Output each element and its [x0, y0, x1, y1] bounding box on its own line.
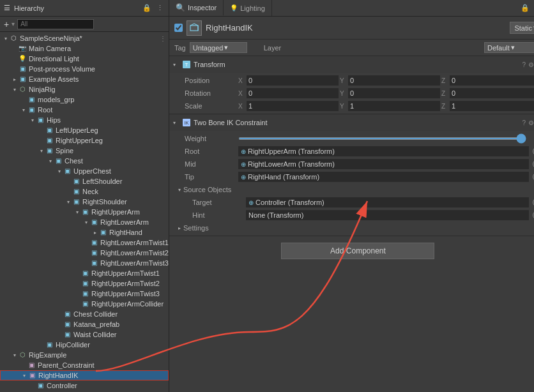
scale-x-input[interactable]: [247, 101, 339, 111]
twobone-help-icon[interactable]: ?: [522, 119, 526, 126]
hierarchy-item-neck[interactable]: ▣ Neck: [0, 186, 169, 197]
tag-dropdown[interactable]: Untagged ▾: [190, 42, 247, 53]
chestcollider-label: Chest Collider: [73, 310, 118, 318]
tab-inspector[interactable]: 🔍 Inspector: [169, 0, 224, 16]
search-input[interactable]: [17, 19, 94, 29]
rotation-y-input[interactable]: [348, 88, 440, 98]
scale-z-input[interactable]: [450, 101, 534, 111]
object-name: RightHandIK: [206, 23, 506, 33]
hierarchy-item-directionallight[interactable]: 💡 Directional Light: [0, 54, 169, 64]
hierarchy-item-rightupperarmtwist1[interactable]: ▣ RightUpperArmTwist1: [0, 268, 169, 278]
hierarchy-item-leftshoulder[interactable]: ▣ LeftShoulder: [0, 176, 169, 186]
hierarchy-item-righthand[interactable]: ▣ RightHand: [0, 227, 169, 237]
more-icon[interactable]: ⋮: [155, 4, 165, 12]
weight-slider[interactable]: [238, 137, 526, 140]
expand-arrow-icon: [29, 117, 36, 123]
hierarchy-item-parentconstraint[interactable]: ▣ Parent_Constraint: [0, 360, 169, 370]
hierarchy-item-leftupperleg[interactable]: ▣ LeftUpperLeg: [0, 125, 169, 135]
expand-arrow-icon: [83, 220, 89, 225]
twobone-body: Weight 1 Root ⊕ RightUpperArm (Transform…: [169, 131, 534, 236]
transform-settings-icon[interactable]: ⚙: [528, 61, 534, 68]
inspector-tabs: 🔍 Inspector 💡 Lighting 🔒 ⋮: [169, 0, 534, 17]
hipcollider-label: HipCollider: [56, 341, 90, 349]
twobone-header[interactable]: ▾ IK Two Bone IK Constraint ? ⚙ ⋮: [169, 114, 534, 131]
add-component-button[interactable]: Add Component: [281, 243, 434, 259]
hierarchy-item-modelsgrp[interactable]: ▣ models_grp: [0, 94, 169, 105]
position-x-field: X: [238, 75, 339, 86]
scale-y-field: Y: [340, 101, 440, 111]
hierarchy-item-rightupperarmcollider[interactable]: ▣ RightUpperArmCollider: [0, 299, 169, 309]
expand-arrow-icon: [74, 209, 80, 215]
cube-icon: ▣: [80, 299, 89, 308]
hierarchy-item-hips[interactable]: ▣ Hips: [0, 115, 169, 125]
scene-options-icon[interactable]: ⋮: [160, 35, 166, 42]
rightupperarmcollider-label: RightUpperArmCollider: [91, 300, 164, 308]
source-objects-label: Source Objects: [183, 186, 231, 193]
hierarchy-item-upperchest[interactable]: ▣ UpperChest: [0, 166, 169, 176]
source-objects-header[interactable]: ▾ Source Objects: [169, 183, 534, 196]
hierarchy-item-rightupperarmtwist3[interactable]: ▣ RightUpperArmTwist3: [0, 289, 169, 299]
layer-label: Layer: [264, 44, 282, 52]
rotation-x-field: X: [238, 88, 339, 98]
hierarchy-item-rightlowerarmtwist1[interactable]: ▣ RightLowerArmTwist1: [0, 237, 169, 248]
rigexample-label: RigExample: [29, 351, 66, 359]
hierarchy-item-rightupperarm[interactable]: ▣ RightUpperArm: [0, 207, 169, 217]
hierarchy-item-chestcollider[interactable]: ▣ Chest Collider: [0, 309, 169, 319]
position-z-input[interactable]: [450, 75, 534, 86]
hierarchy-item-rightshoulder[interactable]: ▣ RightShoulder: [0, 197, 169, 207]
modelsgrp-label: models_grp: [38, 96, 74, 103]
camera-icon: 📷: [18, 44, 27, 53]
transform-help-icon[interactable]: ?: [522, 61, 526, 68]
hierarchy-item-katana[interactable]: ▣ Katana_prefab: [0, 319, 169, 329]
cube-icon: ▣: [89, 259, 98, 268]
hierarchy-item-rightlowerarmtwist2[interactable]: ▣ RightLowerArmTwist2: [0, 248, 169, 258]
mid-ref-icon: ⊕: [241, 161, 246, 168]
cube-icon: ▣: [45, 136, 54, 145]
layer-dropdown[interactable]: Default ▾: [484, 42, 534, 53]
hierarchy-item-rightupperarmtwist2[interactable]: ▣ RightUpperArmTwist2: [0, 278, 169, 289]
rightlowerarm-label: RightLowerArm: [100, 218, 149, 226]
exampleassets-label: Example Assets: [29, 75, 79, 83]
position-y-input[interactable]: [348, 75, 440, 86]
hierarchy-item-rightlowerarmtwist3[interactable]: ▣ RightLowerArmTwist3: [0, 258, 169, 268]
hierarchy-item-rightupperleg[interactable]: ▣ RightUpperLeg: [0, 135, 169, 146]
rightlowerarmtwist3-label: RightLowerArmTwist3: [100, 259, 169, 267]
hierarchy-item-chest[interactable]: ▣ Chest: [0, 156, 169, 166]
hierarchy-item-controller[interactable]: ▣ Controller: [0, 381, 169, 391]
neck-label: Neck: [82, 188, 98, 195]
hierarchy-item-postprocess[interactable]: ▣ Post-process Volume: [0, 64, 169, 74]
settings-row[interactable]: ▸ Settings: [169, 222, 534, 234]
hint-label: Hint: [192, 211, 243, 219]
hierarchy-item-root[interactable]: ▣ Root: [0, 105, 169, 115]
scale-y-input[interactable]: [348, 101, 440, 111]
hierarchy-item-ninjarig[interactable]: ⬡ NinjaRig: [0, 84, 169, 94]
cube-icon: ▣: [54, 156, 63, 165]
inspector-tab-icon: 🔍: [176, 3, 185, 12]
add-button[interactable]: +: [4, 20, 9, 29]
rotation-z-input[interactable]: [450, 88, 534, 98]
hierarchy-item-maincamera[interactable]: 📷 Main Camera: [0, 43, 169, 54]
transform-header[interactable]: ▾ T Transform ? ⚙ ⋮: [169, 56, 534, 73]
position-label: Position: [185, 77, 236, 84]
hierarchy-item-samplesceneninja[interactable]: ⬡ SampleSceneNinja* ⋮: [0, 33, 169, 43]
cube-icon: ▣: [98, 228, 107, 237]
static-button[interactable]: Static ▾: [510, 22, 534, 34]
hierarchy-item-exampleassets[interactable]: ▣ Example Assets: [0, 74, 169, 84]
hierarchy-item-waistcollider[interactable]: ▣ Waist Collider: [0, 329, 169, 340]
hierarchy-item-hipcollider[interactable]: ▣ HipCollider: [0, 340, 169, 350]
rightlowerarmtwist2-label: RightLowerArmTwist2: [100, 249, 169, 257]
hierarchy-item-rightlowerarm[interactable]: ▣ RightLowerArm: [0, 217, 169, 227]
scale-fields: X Y Z: [238, 101, 534, 111]
twobone-settings-icon[interactable]: ⚙: [528, 119, 534, 126]
hierarchy-item-righthandik[interactable]: ▣ RightHandIK: [0, 370, 169, 381]
object-enabled-checkbox[interactable]: [174, 24, 183, 32]
rotation-x-input[interactable]: [247, 88, 339, 98]
hierarchy-item-spine[interactable]: ▣ Spine: [0, 146, 169, 156]
tab-lighting[interactable]: 💡 Lighting: [224, 0, 272, 16]
tip-field: ⊕ RightHand (Transform): [238, 172, 529, 182]
lock-icon[interactable]: 🔒: [519, 4, 531, 12]
position-x-input[interactable]: [247, 75, 339, 86]
light-icon: 💡: [18, 54, 27, 63]
hierarchy-item-rigexample[interactable]: ⬡ RigExample: [0, 350, 169, 360]
lock-icon[interactable]: 🔒: [141, 4, 153, 12]
